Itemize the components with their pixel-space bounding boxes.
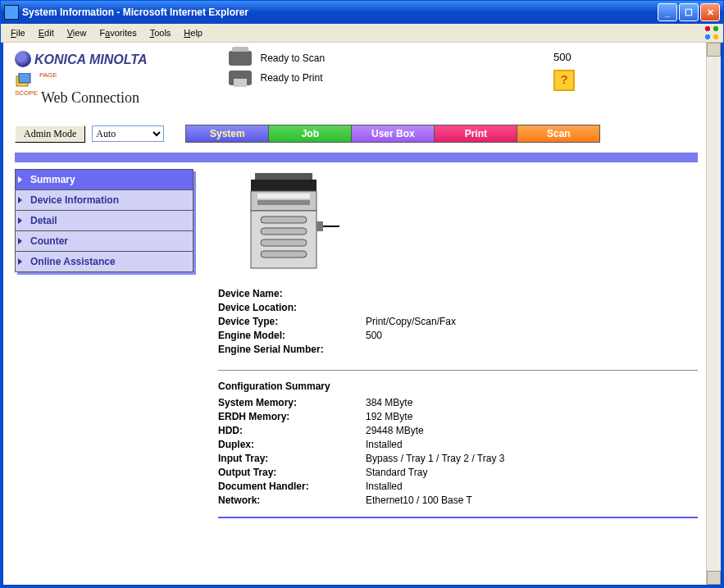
help-icon[interactable]: ?	[553, 70, 575, 91]
config-heading: Configuration Summary	[218, 381, 698, 392]
status-print: Ready to Print	[260, 72, 322, 84]
value-dochandler: Installed	[366, 481, 403, 492]
ie-window: System Information - Microsoft Internet …	[0, 0, 724, 588]
scroll-down-button[interactable]	[707, 571, 721, 585]
model-number: 500	[553, 51, 575, 63]
value-intray: Bypass / Tray 1 / Tray 2 / Tray 3	[366, 453, 504, 464]
tab-print[interactable]: Print	[435, 125, 517, 143]
pagescope-icon	[15, 73, 33, 89]
tab-scan[interactable]: Scan	[517, 125, 600, 143]
label-device-type: Device Type:	[218, 316, 366, 327]
sidebar: Summary Device Information Detail Counte…	[15, 169, 194, 272]
refresh-select[interactable]: Auto	[92, 125, 164, 142]
label-device-location: Device Location:	[218, 302, 366, 313]
svg-rect-2	[255, 173, 312, 180]
label-engine-model: Engine Model:	[218, 330, 366, 341]
label-engine-serial: Engine Serial Number:	[218, 344, 366, 355]
pagescope-logo: PAGESCOPE Web Connection	[15, 72, 147, 107]
device-illustration	[243, 169, 341, 276]
minimize-button[interactable]: _	[658, 3, 677, 21]
svg-rect-3	[251, 180, 316, 191]
svg-rect-9	[261, 228, 307, 235]
svg-rect-5	[257, 194, 310, 198]
label-network: Network:	[218, 495, 366, 506]
menu-view[interactable]: View	[61, 26, 93, 39]
brand-block: KONICA MINOLTA PAGESCOPE Web Connection	[15, 51, 147, 107]
svg-rect-13	[316, 221, 323, 231]
printer-icon	[229, 71, 252, 85]
status-column: Ready to Scan Ready to Print	[229, 51, 325, 90]
main-tabs: System Job User Box Print Scan	[185, 125, 600, 143]
value-hdd: 29448 MByte	[366, 425, 424, 436]
value-network: Ethernet10 / 100 Base T	[366, 495, 472, 506]
title-bar: System Information - Microsoft Internet …	[1, 1, 723, 24]
svg-rect-1	[19, 73, 30, 83]
label-sysmem: System Memory:	[218, 397, 366, 408]
sidebar-item-counter[interactable]: Counter	[15, 231, 194, 252]
app-icon	[4, 5, 19, 20]
sidebar-item-summary[interactable]: Summary	[15, 169, 194, 190]
label-dochandler: Document Handler:	[218, 481, 366, 492]
label-duplex: Duplex:	[218, 439, 366, 450]
tab-system[interactable]: System	[185, 125, 269, 143]
value-device-type: Print/Copy/Scan/Fax	[366, 316, 456, 327]
maximize-button[interactable]: ☐	[679, 3, 699, 21]
label-erdh: ERDH Memory:	[218, 411, 366, 422]
value-outtray: Standard Tray	[366, 467, 427, 478]
divider-bar	[15, 153, 698, 162]
scanner-icon	[229, 51, 252, 66]
admin-mode-button[interactable]: Admin Mode	[15, 125, 85, 143]
label-outtray: Output Tray:	[218, 467, 366, 478]
status-scan: Ready to Scan	[260, 52, 325, 64]
menu-edit[interactable]: Edit	[32, 26, 61, 39]
menu-tools[interactable]: Tools	[143, 26, 178, 39]
status-right-column: 500 ?	[553, 51, 698, 91]
svg-rect-8	[261, 217, 307, 223]
svg-rect-11	[261, 251, 307, 258]
svg-rect-6	[257, 200, 310, 205]
value-duplex: Installed	[366, 439, 403, 450]
value-sysmem: 384 MByte	[366, 397, 412, 408]
close-button[interactable]: ✕	[700, 3, 720, 21]
value-erdh: 192 MByte	[366, 411, 412, 422]
menu-bar: File Edit View Favorites Tools Help	[1, 24, 723, 43]
label-hdd: HDD:	[218, 425, 366, 436]
windows-flag-icon	[704, 25, 720, 41]
menu-favorites[interactable]: Favorites	[93, 26, 143, 39]
label-intray: Input Tray:	[218, 453, 366, 464]
vertical-scrollbar[interactable]	[706, 43, 721, 585]
svg-rect-10	[261, 239, 307, 246]
km-globe-icon	[15, 51, 31, 67]
sidebar-item-detail[interactable]: Detail	[15, 211, 194, 231]
window-title: System Information - Microsoft Internet …	[22, 7, 248, 18]
sidebar-item-device-info[interactable]: Device Information	[15, 190, 194, 211]
label-device-name: Device Name:	[218, 288, 366, 299]
tab-userbox[interactable]: User Box	[352, 125, 435, 143]
menu-file[interactable]: File	[4, 26, 32, 39]
page-body: KONICA MINOLTA PAGESCOPE Web Connection	[1, 43, 723, 587]
scroll-up-button[interactable]	[707, 43, 721, 57]
content-pane: Device Name: Device Location: Device Typ…	[208, 169, 698, 518]
tab-job[interactable]: Job	[269, 125, 352, 143]
konica-minolta-logo: KONICA MINOLTA	[15, 51, 147, 67]
value-engine-model: 500	[366, 330, 382, 341]
sidebar-item-online-assistance[interactable]: Online Assistance	[15, 252, 194, 272]
menu-help[interactable]: Help	[177, 26, 209, 39]
